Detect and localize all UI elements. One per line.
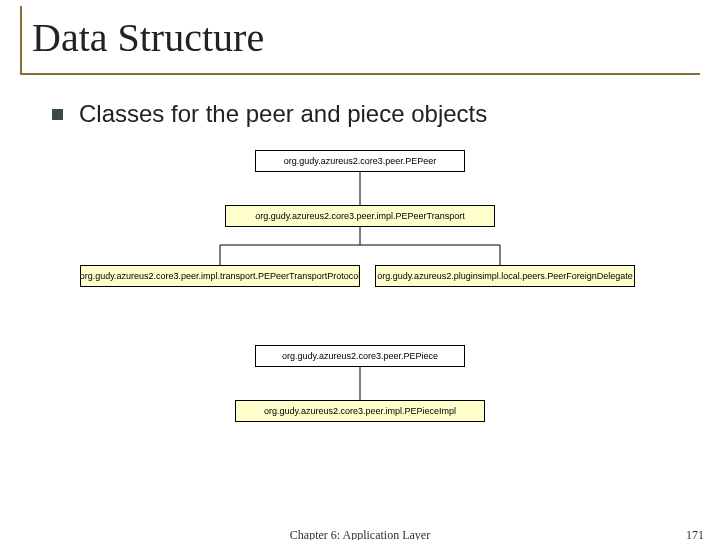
node-pepiece: org.gudy.azureus2.core3.peer.PEPiece: [255, 345, 465, 367]
node-peerforeigndelegate: org.gudy.azureus2.pluginsimpl.local.peer…: [375, 265, 635, 287]
bullet-text: Classes for the peer and piece objects: [79, 100, 487, 128]
node-pepieceimpl: org.gudy.azureus2.core3.peer.impl.PEPiec…: [235, 400, 485, 422]
slide-container: Data Structure Classes for the peer and …: [0, 0, 720, 540]
slide-title: Data Structure: [32, 14, 264, 61]
node-pepeer: org.gudy.azureus2.core3.peer.PEPeer: [255, 150, 465, 172]
title-underline: [20, 73, 700, 75]
class-diagram: org.gudy.azureus2.core3.peer.PEPeer org.…: [80, 150, 640, 460]
title-vertical-rule: [20, 6, 22, 73]
bullet-row: Classes for the peer and piece objects: [52, 100, 487, 128]
footer-chapter: Chapter 6: Application Layer: [0, 528, 720, 540]
square-bullet-icon: [52, 109, 63, 120]
footer-page-number: 171: [686, 528, 704, 540]
node-pepeertransportprotocol: org.gudy.azureus2.core3.peer.impl.transp…: [80, 265, 360, 287]
node-pepeertransport: org.gudy.azureus2.core3.peer.impl.PEPeer…: [225, 205, 495, 227]
